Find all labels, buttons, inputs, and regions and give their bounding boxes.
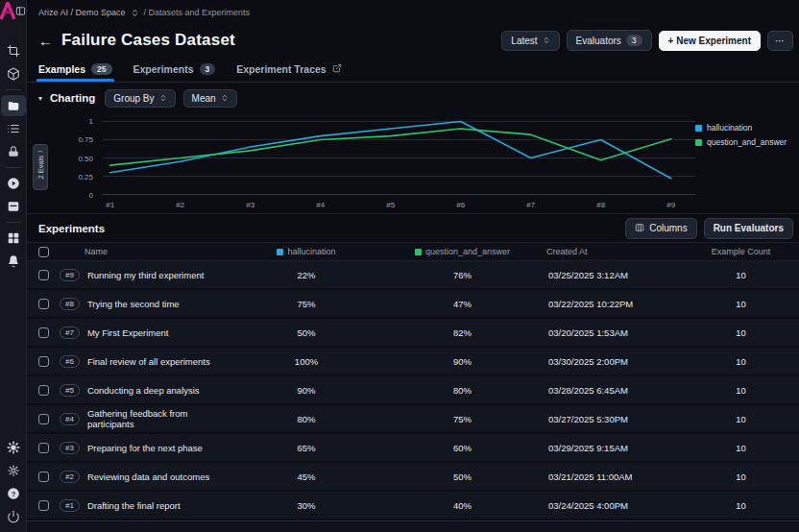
evaluators-count-badge: 3 (626, 35, 642, 46)
settings-gear-icon[interactable] (1, 437, 26, 458)
columns-button-label: Columns (649, 223, 687, 233)
notifications-bell-icon[interactable] (1, 251, 26, 272)
example-count-value: 10 (690, 385, 791, 396)
table-row[interactable]: #7 My First Experiment 50% 82% 03/20/202… (27, 319, 799, 348)
plot-area[interactable] (102, 119, 695, 197)
x-axis-labels: #1#2#3#4#5#6#7#8#9 (102, 197, 695, 213)
admin-gear-outline-icon[interactable] (1, 460, 26, 481)
row-checkbox[interactable] (38, 270, 49, 280)
row-checkbox[interactable] (38, 443, 49, 453)
experiment-name: Gathering feedback from participants (87, 408, 234, 429)
x-tick-label: #7 (526, 201, 535, 209)
help-icon[interactable]: ? (1, 483, 26, 504)
question-and-answer-swatch (415, 249, 422, 255)
column-header-name[interactable]: Name (60, 247, 234, 256)
tab-experiment-traces[interactable]: Experiment Traces (236, 56, 341, 82)
column-header-hallucination[interactable]: hallucination (234, 247, 378, 256)
datasets-folder-icon[interactable] (1, 95, 26, 116)
series-line-question_and_answer[interactable] (110, 129, 671, 165)
experiments-table-body: #9 Running my third experiment 22% 76% 0… (27, 261, 799, 520)
table-row[interactable]: #8 Trying the second time 75% 47% 03/22/… (27, 290, 799, 319)
table-row[interactable]: #6 Final review of all experiments 100% … (27, 348, 799, 376)
x-tick-label: #6 (456, 201, 465, 209)
table-row[interactable]: #4 Gathering feedback from participants … (27, 405, 799, 434)
run-evaluators-button[interactable]: Run Evaluators (704, 218, 793, 239)
panel-toggle-icon[interactable] (15, 4, 26, 17)
row-checkbox[interactable] (38, 356, 49, 367)
table-row[interactable]: #5 Conducting a deep analysis 90% 80% 03… (27, 376, 799, 405)
trace-icon[interactable] (1, 40, 26, 61)
tab-examples-badge: 25 (91, 63, 111, 75)
row-checkbox[interactable] (38, 500, 49, 511)
aggregation-dropdown[interactable]: Mean (183, 89, 237, 108)
sidebar-divider (6, 89, 21, 90)
row-checkbox[interactable] (38, 414, 49, 424)
experiment-name: Trying the second time (87, 299, 180, 309)
experiment-id-badge: #1 (60, 499, 80, 512)
experiment-name: Conducting a deep analysis (87, 385, 200, 396)
lock-icon[interactable] (1, 141, 26, 162)
evals-panel-toggle[interactable]: ↔ 2 Evals (33, 144, 48, 190)
column-header-example-count[interactable]: Example Count (690, 247, 791, 256)
columns-button[interactable]: Columns (625, 218, 696, 239)
list-icon[interactable] (1, 118, 26, 139)
tab-experiments[interactable]: Experiments 3 (133, 56, 216, 82)
column-header-question-and-answer[interactable]: question_and_answer (378, 247, 546, 256)
created-at-value: 03/20/2025 1:53AM (546, 327, 690, 338)
row-checkbox[interactable] (38, 385, 49, 396)
table-row[interactable]: #2 Reviewing data and outcomes 45% 50% 0… (27, 463, 799, 492)
sidebar-divider (6, 167, 21, 168)
apps-grid-icon[interactable] (1, 228, 26, 249)
aggregation-label: Mean (192, 93, 216, 104)
column-header-created-at[interactable]: Created At (546, 247, 690, 256)
question-and-answer-value: 50% (378, 472, 546, 482)
legend-item-hallucination[interactable]: hallucination (695, 123, 799, 133)
tab-examples[interactable]: Examples 25 (38, 56, 112, 82)
select-all-checkbox[interactable] (38, 247, 49, 257)
y-tick-label: 0.75 (78, 135, 93, 144)
breadcrumb-space[interactable]: Arize AI / Demo Space (38, 8, 126, 17)
breadcrumb-section[interactable]: / Datasets and Experiments (144, 8, 251, 17)
x-tick-label: #1 (106, 201, 114, 209)
example-count-value: 10 (690, 414, 791, 424)
breadcrumb: Arize AI / Demo Space / Datasets and Exp… (27, 0, 799, 25)
example-count-value: 10 (690, 356, 791, 367)
row-checkbox[interactable] (38, 327, 49, 338)
chevron-up-down-icon (543, 36, 550, 44)
tabs: Examples 25 Experiments 3 Experiment Tra… (27, 56, 799, 83)
latest-dropdown[interactable]: Latest (501, 31, 559, 51)
charting-section-title: Charting (50, 92, 95, 104)
space-switcher-icon[interactable] (131, 9, 139, 17)
experiments-title: Experiments (38, 223, 105, 234)
series-line-hallucination[interactable] (110, 121, 671, 178)
new-experiment-button[interactable]: + New Experiment (659, 31, 761, 51)
legend-label: hallucination (707, 123, 752, 133)
hallucination-value: 100% (234, 356, 378, 367)
sidebar-divider (6, 222, 21, 223)
power-icon[interactable] (1, 506, 26, 527)
play-circle-icon[interactable] (1, 173, 26, 194)
experiment-id-badge: #7 (60, 326, 80, 339)
question-and-answer-value: 60% (378, 443, 546, 453)
cube-icon[interactable] (1, 63, 26, 85)
table-row[interactable]: #9 Running my third experiment 22% 76% 0… (27, 261, 799, 290)
group-by-dropdown[interactable]: Group By (105, 89, 175, 108)
main-content: Arize AI / Demo Space / Datasets and Exp… (27, 0, 799, 532)
row-checkbox[interactable] (38, 472, 49, 482)
legend-item-question_and_answer[interactable]: question_and_answer (695, 137, 799, 147)
table-row[interactable]: #3 Preparing for the next phase 65% 60% … (27, 434, 799, 463)
back-button[interactable]: ← (38, 34, 53, 48)
table-footer-strip (27, 520, 799, 532)
archive-icon[interactable] (1, 196, 26, 217)
y-tick-label: 0.50 (78, 154, 93, 162)
evaluators-button[interactable]: Evaluators 3 (567, 30, 652, 51)
experiment-name: Preparing for the next phase (87, 443, 203, 453)
more-actions-button[interactable]: ⋯ (767, 31, 793, 51)
left-sidebar: ? (0, 0, 27, 532)
hallucination-value: 22% (234, 270, 378, 280)
created-at-value: 03/27/2025 5:30PM (546, 414, 690, 424)
table-row[interactable]: #1 Drafting the final report 30% 40% 03/… (27, 492, 799, 520)
row-checkbox[interactable] (38, 299, 49, 309)
collapse-caret-icon[interactable]: ▾ (38, 94, 42, 103)
question-and-answer-value: 76% (378, 270, 546, 280)
